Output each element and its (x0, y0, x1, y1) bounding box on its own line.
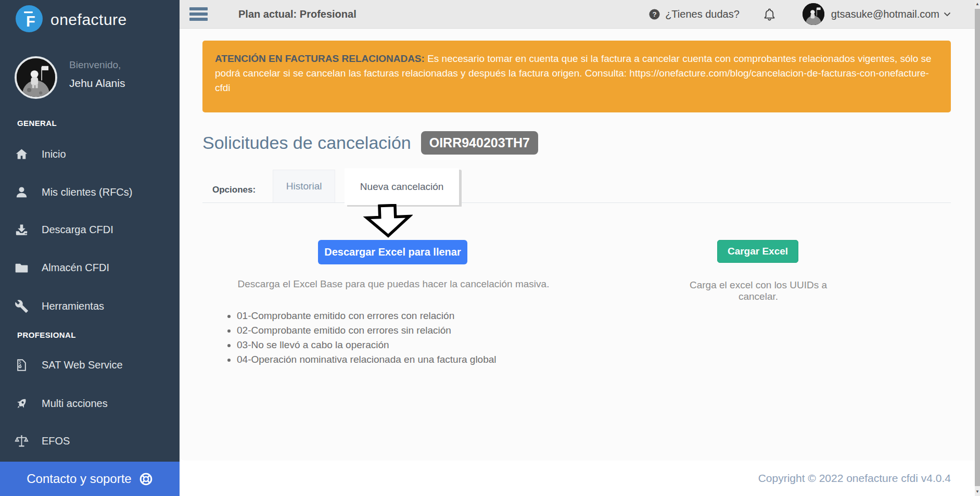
life-ring-icon (139, 472, 153, 486)
welcome-label: Bienvenido, (69, 59, 121, 71)
upload-caption: Carga el excel con los UUIDs a cancelar. (672, 279, 844, 302)
rfc-badge: OIRR940203TH7 (421, 131, 538, 155)
sidebar-item-descarga-cfdi[interactable]: Descarga CFDI (15, 221, 113, 238)
tab-nueva-cancelacion[interactable]: Nueva cancelación (345, 168, 459, 205)
sidebar-item-efos[interactable]: EFOS (15, 433, 70, 449)
folder-icon (15, 261, 29, 275)
svg-text:F: F (26, 13, 35, 30)
download-icon (15, 223, 29, 237)
tab-historial[interactable]: Historial (273, 170, 335, 202)
help-label: ¿Tienes dudas? (665, 8, 740, 20)
user-icon (15, 185, 29, 199)
plan-label: Plan actual: Profesional (238, 8, 357, 20)
account-menu[interactable]: gtsasuke@hotmail.com (831, 8, 951, 20)
contact-support-button[interactable]: Contacto y soporte (0, 462, 180, 496)
download-caption: Descarga el Excel Base para que puedas h… (237, 278, 550, 290)
footer: Copyright © 2022 onefacture cfdi v4.0.4 (180, 461, 975, 496)
scrollbar-up-icon[interactable]: ▲ (975, 2, 980, 7)
list-item: 03-No se llevó a cabo la operación (237, 338, 497, 352)
section-label-general: GENERAL (17, 119, 57, 128)
sidebar-item-almacen-cfdi[interactable]: Almacén CFDI (15, 259, 109, 276)
download-excel-button[interactable]: Descargar Excel para llenar (318, 240, 467, 264)
sidebar-item-herramientas[interactable]: Herramientas (15, 298, 104, 314)
sidebar-item-sat-web-service[interactable]: SAT Web Service (15, 357, 123, 373)
tabs-label: Opciones: (212, 185, 256, 195)
question-circle-icon: ? (648, 8, 660, 20)
list-item: 01-Comprobante emitido con errores con r… (237, 309, 497, 323)
sidebar-item-label: EFOS (42, 435, 70, 447)
sidebar-item-label: Almacén CFDI (42, 262, 109, 274)
hamburger-icon[interactable] (189, 7, 208, 21)
help-link[interactable]: ? ¿Tienes dudas? (648, 8, 740, 20)
down-arrow-annotation-icon (363, 204, 413, 238)
svg-text:?: ? (653, 10, 657, 18)
sidebar-item-label: Descarga CFDI (42, 224, 113, 236)
sidebar-user-name: Jehu Alanis (69, 77, 125, 90)
copyright-text: Copyright © 2022 onefacture cfdi v4.0.4 (758, 472, 951, 485)
sidebar-item-label: SAT Web Service (42, 359, 123, 371)
zip-file-icon (15, 358, 29, 372)
onefacture-logo-icon: F (16, 5, 43, 34)
rocket-icon (15, 397, 29, 411)
contact-support-label: Contacto y soporte (27, 472, 131, 486)
alert-banner: ATENCIÓN EN FACTURAS RELACIONADAS: Es ne… (202, 41, 951, 112)
content-panel: ATENCIÓN EN FACTURAS RELACIONADAS: Es ne… (180, 29, 975, 461)
chevron-down-icon (944, 12, 951, 17)
cancellation-reasons-list: 01-Comprobante emitido con errores con r… (237, 309, 497, 367)
user-email: gtsasuke@hotmail.com (831, 8, 939, 20)
brand[interactable]: F onefacture (16, 5, 127, 34)
scale-icon (15, 434, 29, 448)
sidebar-avatar[interactable] (15, 56, 57, 99)
alert-title: ATENCIÓN EN FACTURAS RELACIONADAS: (215, 53, 425, 64)
section-label-profesional: PROFESIONAL (17, 330, 76, 339)
upload-excel-button[interactable]: Cargar Excel (717, 240, 798, 263)
tabs-row: Opciones: Historial Nueva cancelación (202, 166, 951, 203)
list-item: 02-Comprobante emitido con errores sin r… (237, 323, 497, 338)
list-item: 04-Operación nominativa relacionada en u… (237, 352, 497, 367)
sidebar-item-multi-acciones[interactable]: Multi acciones (15, 395, 108, 412)
sidebar-item-mis-clientes[interactable]: Mis clientes (RFCs) (15, 184, 132, 200)
topbar: Plan actual: Profesional ? ¿Tienes dudas… (180, 0, 975, 29)
wrench-icon (15, 299, 29, 313)
brand-name: onefacture (50, 11, 127, 29)
home-icon (15, 147, 29, 161)
sidebar-item-label: Herramientas (42, 300, 104, 312)
scrollbar-thumb[interactable] (975, 9, 980, 486)
main-area: Plan actual: Profesional ? ¿Tienes dudas… (180, 0, 975, 496)
bell-icon[interactable] (762, 7, 777, 21)
sidebar-item-inicio[interactable]: Inicio (15, 146, 66, 162)
vertical-scrollbar[interactable]: ▲ ▼ (975, 0, 980, 496)
sidebar-item-label: Inicio (42, 148, 66, 160)
sidebar-item-label: Multi acciones (42, 398, 108, 410)
sidebar: F onefacture Bienvenido, Jehu Alanis GEN… (0, 0, 180, 462)
scrollbar-down-icon[interactable]: ▼ (975, 489, 980, 494)
sidebar-item-label: Mis clientes (RFCs) (42, 186, 132, 198)
topbar-avatar[interactable] (803, 3, 824, 25)
page-title: Solicitudes de cancelación (202, 133, 411, 153)
